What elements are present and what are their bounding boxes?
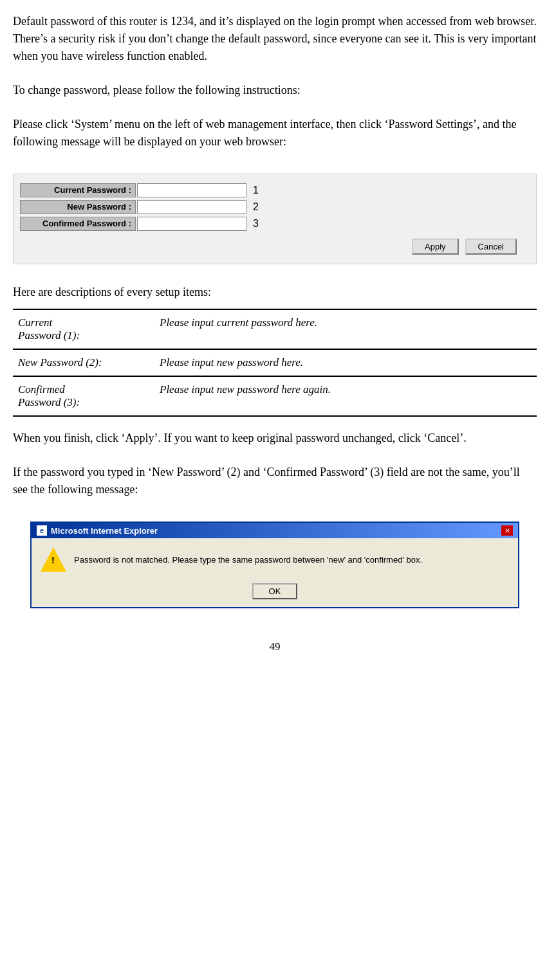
ie-title-icon: e bbox=[37, 525, 47, 536]
mismatch-text: If the password you typed in ‘New Passwo… bbox=[13, 464, 537, 498]
warning-icon: ! bbox=[41, 547, 66, 573]
desc-label-2: New Password (2): bbox=[13, 349, 154, 376]
table-row: New Password (2): Please input new passw… bbox=[13, 349, 537, 376]
ie-close-button[interactable]: ✕ bbox=[501, 525, 513, 536]
descriptions-table: CurrentPassword (1): Please input curren… bbox=[13, 309, 537, 417]
apply-button[interactable]: Apply bbox=[412, 239, 459, 255]
desc-label-3: ConfirmedPassword (3): bbox=[13, 376, 154, 416]
desc-text-1: Please input current password here. bbox=[154, 309, 537, 349]
confirmed-password-label: Confirmed Password : bbox=[20, 217, 136, 231]
table-row: CurrentPassword (1): Please input curren… bbox=[13, 309, 537, 349]
ie-button-area: OK bbox=[32, 579, 518, 607]
new-password-input[interactable] bbox=[137, 200, 246, 214]
password-form: Current Password : 1 New Password : 2 Co… bbox=[13, 174, 537, 264]
ie-dialog: e Microsoft Internet Explorer ✕ ! Passwo… bbox=[30, 522, 519, 608]
desc-label-1: CurrentPassword (1): bbox=[13, 309, 154, 349]
field-number-1: 1 bbox=[253, 185, 259, 196]
ie-content: ! Password is not matched. Please type t… bbox=[32, 538, 518, 579]
form-buttons: Apply Cancel bbox=[20, 239, 530, 255]
intro-paragraph3: Please click ‘System’ menu on the left o… bbox=[13, 116, 537, 150]
ie-title-text: Microsoft Internet Explorer bbox=[51, 526, 158, 536]
apply-cancel-text: When you finish, click ‘Apply’. If you w… bbox=[13, 430, 537, 447]
new-password-row: New Password : 2 bbox=[20, 200, 530, 214]
ie-message: Password is not matched. Please type the… bbox=[74, 554, 422, 566]
ie-title-left: e Microsoft Internet Explorer bbox=[37, 525, 158, 536]
intro-paragraph2: To change password, please follow the fo… bbox=[13, 82, 537, 99]
current-password-input[interactable] bbox=[137, 183, 246, 197]
desc-text-2: Please input new password here. bbox=[154, 349, 537, 376]
descriptions-header: Here are descriptions of every setup ite… bbox=[13, 284, 537, 301]
field-number-3: 3 bbox=[253, 218, 259, 230]
cancel-button[interactable]: Cancel bbox=[465, 239, 517, 255]
ie-ok-button[interactable]: OK bbox=[252, 583, 298, 599]
page-number: 49 bbox=[13, 640, 537, 653]
table-row: ConfirmedPassword (3): Please input new … bbox=[13, 376, 537, 416]
intro-paragraph1: Default password of this router is 1234,… bbox=[13, 13, 537, 65]
desc-text-3: Please input new password here again. bbox=[154, 376, 537, 416]
current-password-row: Current Password : 1 bbox=[20, 183, 530, 197]
ie-title-bar: e Microsoft Internet Explorer ✕ bbox=[32, 523, 518, 538]
confirmed-password-row: Confirmed Password : 3 bbox=[20, 217, 530, 231]
current-password-label: Current Password : bbox=[20, 183, 136, 197]
new-password-label: New Password : bbox=[20, 200, 136, 214]
confirmed-password-input[interactable] bbox=[137, 217, 246, 231]
field-number-2: 2 bbox=[253, 201, 259, 213]
